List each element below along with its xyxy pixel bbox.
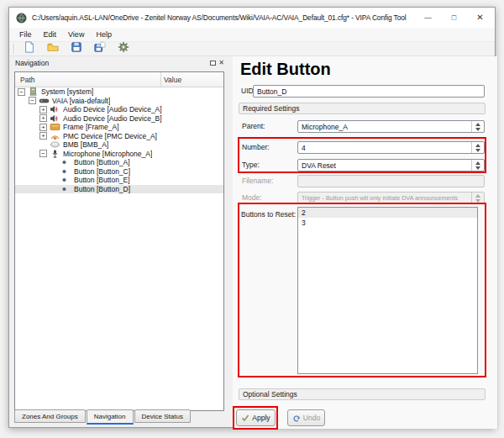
expander-plus-icon[interactable]: + bbox=[39, 124, 47, 131]
type-combobox[interactable]: DVA Reset bbox=[297, 159, 485, 172]
parent-value: Microphone_A bbox=[302, 123, 348, 131]
tree-item-label: Microphone [Microphone_A] bbox=[63, 150, 152, 158]
expander-plus-icon[interactable]: + bbox=[39, 132, 47, 140]
undo-button[interactable]: Undo bbox=[287, 409, 325, 426]
tree-row-frame-frame-a[interactable]: +Frame [Frame_A] bbox=[15, 123, 223, 132]
uid-input[interactable] bbox=[253, 85, 485, 98]
tree-row-button-button-e[interactable]: Button [Button_E] bbox=[15, 176, 223, 185]
app-icon bbox=[16, 13, 27, 24]
combo-arrows-icon bbox=[471, 193, 484, 203]
expander-minus-icon[interactable]: − bbox=[18, 88, 25, 96]
reset-list-item[interactable]: 2 bbox=[298, 208, 477, 218]
tree-item-label: Button [Button_A] bbox=[74, 158, 130, 166]
bottom-tab-bar: Zones And GroupsNavigationDevice Status bbox=[14, 409, 192, 425]
settings-button[interactable] bbox=[114, 42, 133, 55]
toolbar bbox=[9, 42, 495, 56]
expander-minus-icon[interactable]: − bbox=[39, 150, 47, 157]
tree-row-button-button-a[interactable]: Button [Button_A] bbox=[15, 158, 223, 167]
title-bar[interactable]: C:/Users/aquin.ASL-LAN/OneDrive - Zenite… bbox=[9, 8, 495, 28]
dock-titlebar[interactable]: Navigation ✕ bbox=[13, 56, 226, 70]
new-file-icon bbox=[24, 41, 35, 56]
maximize-button[interactable]: □ bbox=[441, 8, 467, 28]
tab-device-status[interactable]: Device Status bbox=[134, 409, 191, 423]
save-button[interactable] bbox=[67, 42, 86, 55]
tree-row-audio-device-audio-device-a[interactable]: +Audio Device [Audio Device_A] bbox=[15, 105, 223, 114]
tree-row-bmb-bmb-a[interactable]: BMB [BMB_A] bbox=[15, 140, 223, 150]
audio-icon bbox=[50, 114, 60, 123]
menu-help[interactable]: Help bbox=[90, 29, 118, 40]
spin-arrows-icon[interactable] bbox=[471, 142, 484, 153]
tree-row-system-system[interactable]: −System [system] bbox=[15, 87, 223, 97]
tree-item-label: VAIA [vaia-default] bbox=[52, 97, 110, 105]
save-as-button[interactable] bbox=[91, 42, 109, 55]
tree-row-button-button-d[interactable]: Button [Button_D] bbox=[15, 185, 223, 194]
open-folder-button[interactable] bbox=[44, 42, 62, 55]
settings-icon bbox=[118, 41, 129, 56]
dock-buttons: ✕ bbox=[210, 60, 226, 66]
menu-view[interactable]: View bbox=[62, 29, 90, 40]
filename-label: Filename: bbox=[242, 175, 273, 187]
tree-item-label: PMC Device [PMC Device_A] bbox=[63, 132, 157, 140]
required-settings-header[interactable]: Required Settings bbox=[239, 103, 486, 114]
expander-plus-icon[interactable]: + bbox=[39, 106, 47, 113]
frame-icon bbox=[50, 123, 60, 131]
apply-button[interactable]: Apply bbox=[236, 409, 276, 426]
menu-file[interactable]: File bbox=[13, 29, 38, 40]
tree-item-label: Button [Button_C] bbox=[74, 167, 130, 176]
tab-navigation[interactable]: Navigation bbox=[87, 409, 134, 425]
mode-combobox: Trigger - Button push will only initiate… bbox=[297, 192, 485, 204]
tree-row-vaia-vaia-default[interactable]: −VAIA [vaia-default] bbox=[15, 97, 223, 106]
tree-item-label: Audio Device [Audio Device_A] bbox=[63, 105, 162, 113]
checkmark-icon bbox=[241, 414, 249, 422]
optional-settings-header[interactable]: Optional Settings bbox=[239, 388, 486, 400]
undo-label: Undo bbox=[303, 414, 320, 422]
navigation-tree: Path Value −System [system]−VAIA [vaia-d… bbox=[14, 71, 224, 411]
close-button[interactable]: ✕ bbox=[467, 8, 493, 28]
tree-item-label: Button [Button_D] bbox=[74, 185, 130, 193]
expander-plus-icon[interactable]: + bbox=[39, 114, 47, 122]
reset-list-item[interactable]: 3 bbox=[298, 218, 477, 228]
system-icon bbox=[28, 87, 39, 96]
dock-title-label: Navigation bbox=[15, 59, 49, 67]
mode-label: Mode: bbox=[242, 192, 262, 204]
number-label: Number: bbox=[242, 141, 270, 154]
buttons-to-reset-list[interactable]: 23 bbox=[297, 207, 478, 374]
window-controls: — □ ✕ bbox=[415, 8, 493, 28]
column-header-value[interactable]: Value bbox=[161, 72, 223, 87]
column-header-path[interactable]: Path bbox=[15, 72, 161, 87]
bmb-icon bbox=[50, 140, 60, 149]
tree-item-label: Button [Button_E] bbox=[74, 176, 130, 184]
save-icon bbox=[71, 41, 82, 56]
expander-minus-icon[interactable]: − bbox=[29, 97, 36, 104]
number-value: 4 bbox=[302, 144, 306, 152]
audio-icon bbox=[50, 105, 60, 113]
tree-row-microphone-microphone-a[interactable]: −Microphone [Microphone_A] bbox=[15, 150, 223, 159]
tree-item-label: System [system] bbox=[41, 87, 93, 96]
type-value: DVA Reset bbox=[302, 161, 336, 170]
tree-item-label: Audio Device [Audio Device_B] bbox=[63, 114, 162, 123]
tree-row-pmc-device-pmc-device-a[interactable]: +PMC Device [PMC Device_A] bbox=[15, 132, 223, 141]
toolbar-drag-handle[interactable] bbox=[13, 44, 15, 54]
tree-header: Path Value bbox=[15, 72, 223, 87]
combo-arrows-icon[interactable] bbox=[471, 160, 484, 171]
undo-icon bbox=[292, 414, 301, 422]
tab-zones-and-groups[interactable]: Zones And Groups bbox=[14, 409, 86, 423]
page-title: Edit Button bbox=[240, 60, 331, 79]
dock-close-icon[interactable]: ✕ bbox=[218, 60, 224, 66]
apply-label: Apply bbox=[252, 414, 270, 422]
type-label: Type: bbox=[242, 159, 260, 172]
pmc-icon bbox=[50, 132, 60, 140]
parent-combobox[interactable]: Microphone_A bbox=[297, 120, 485, 133]
tree-item-label: Frame [Frame_A] bbox=[63, 123, 119, 131]
vaia-icon bbox=[39, 97, 50, 105]
bullet-icon bbox=[60, 158, 71, 166]
tree-row-button-button-c[interactable]: Button [Button_C] bbox=[15, 167, 223, 177]
menu-edit[interactable]: Edit bbox=[38, 29, 63, 40]
minimize-button[interactable]: — bbox=[415, 8, 441, 28]
number-spinbox[interactable]: 4 bbox=[297, 141, 485, 154]
dock-float-icon[interactable] bbox=[210, 61, 216, 66]
combo-arrows-icon[interactable] bbox=[471, 121, 484, 132]
tree-row-audio-device-audio-device-b[interactable]: +Audio Device [Audio Device_B] bbox=[15, 114, 223, 124]
window-title: C:/Users/aquin.ASL-LAN/OneDrive - Zenite… bbox=[32, 13, 407, 22]
new-file-button[interactable] bbox=[20, 42, 39, 55]
